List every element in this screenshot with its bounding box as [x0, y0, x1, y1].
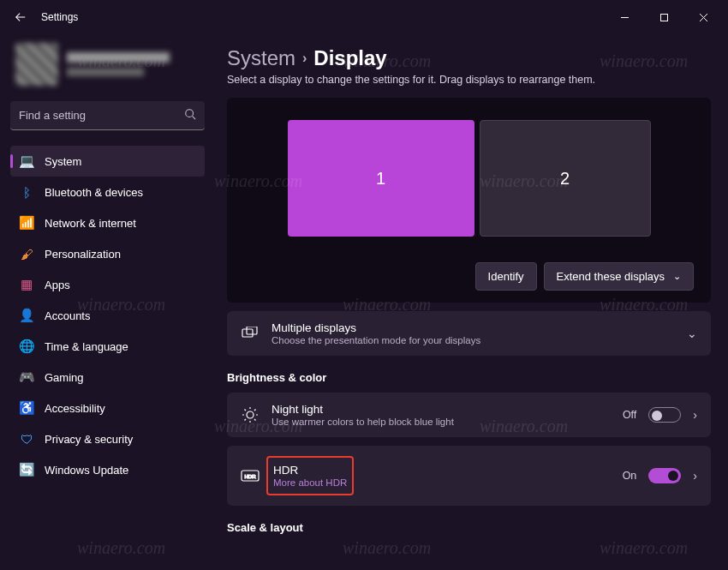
setting-desc: Use warmer colors to help block blue lig…	[272, 417, 611, 427]
nav-accounts[interactable]: 👤Accounts	[10, 300, 205, 331]
night-light-state: Off	[623, 409, 636, 421]
multiple-displays-card[interactable]: Multiple displays Choose the presentatio…	[227, 311, 711, 356]
nav-bluetooth[interactable]: ᛒBluetooth & devices	[10, 177, 205, 207]
back-button[interactable]	[5, 2, 36, 33]
nav-time[interactable]: 🌐Time & language	[10, 331, 205, 362]
nav-label: Accounts	[45, 309, 90, 322]
nav-label: Time & language	[45, 340, 128, 353]
hdr-more-link[interactable]: More about HDR	[273, 477, 347, 488]
svg-line-13	[245, 410, 247, 411]
hdr-card[interactable]: HDR HDR More about HDR On ›	[227, 446, 711, 506]
svg-point-4	[186, 110, 194, 117]
sidebar: 💻System ᛒBluetooth & devices 📶Network & …	[0, 34, 210, 570]
svg-line-5	[193, 117, 196, 120]
nav-label: Gaming	[45, 371, 84, 384]
monitor-layout[interactable]: 1 2	[244, 111, 694, 262]
wifi-icon: 📶	[19, 215, 34, 231]
svg-rect-1	[660, 14, 667, 21]
breadcrumb: System › Display	[227, 46, 711, 70]
nav-label: Network & internet	[45, 217, 136, 230]
nav-privacy[interactable]: 🛡Privacy & security	[10, 423, 205, 454]
setting-title: Multiple displays	[272, 321, 675, 334]
chevron-right-icon: ›	[302, 51, 307, 66]
search-input[interactable]	[19, 109, 184, 122]
monitor-1[interactable]: 1	[288, 120, 474, 237]
svg-line-15	[245, 419, 247, 421]
setting-title: Night light	[272, 403, 611, 416]
svg-point-8	[247, 411, 254, 418]
hdr-toggle[interactable]	[648, 468, 681, 483]
svg-rect-7	[247, 327, 257, 334]
svg-rect-6	[242, 329, 253, 337]
shield-icon: 🛡	[19, 431, 34, 447]
svg-line-14	[254, 419, 256, 421]
extend-dropdown[interactable]: Extend these displays⌄	[544, 262, 694, 291]
section-brightness-header: Brightness & color	[227, 371, 711, 384]
person-icon: 👤	[19, 308, 34, 323]
nav-accessibility[interactable]: ♿Accessibility	[10, 393, 205, 423]
content-pane: System › Display Select a display to cha…	[210, 34, 728, 570]
page-subtitle: Select a display to change the settings …	[227, 74, 711, 86]
nav-label: Bluetooth & devices	[45, 186, 143, 199]
profile-block[interactable]	[10, 34, 205, 101]
chevron-down-icon: ⌄	[673, 271, 681, 282]
nav-personalization[interactable]: 🖌Personalization	[10, 238, 205, 269]
breadcrumb-current: Display	[313, 46, 386, 70]
nav-update[interactable]: 🔄Windows Update	[10, 454, 205, 485]
nav-gaming[interactable]: 🎮Gaming	[10, 362, 205, 393]
maximize-button[interactable]	[644, 2, 683, 33]
displays-icon	[241, 324, 260, 343]
identify-button[interactable]: Identify	[475, 262, 537, 291]
night-light-icon	[241, 405, 260, 424]
chevron-down-icon: ⌄	[687, 327, 697, 340]
close-button[interactable]	[683, 2, 723, 33]
nav-apps[interactable]: ▦Apps	[10, 269, 205, 300]
globe-icon: 🌐	[19, 339, 34, 354]
nav-label: Apps	[45, 279, 70, 291]
nav-list: 💻System ᛒBluetooth & devices 📶Network & …	[10, 146, 205, 485]
display-arrange-panel: 1 2 Identify Extend these displays⌄	[227, 98, 711, 303]
setting-desc: Choose the presentation mode for your di…	[272, 335, 675, 345]
nav-label: Personalization	[45, 248, 121, 261]
search-box[interactable]	[10, 101, 205, 130]
avatar	[15, 43, 58, 86]
section-scale-header: Scale & layout	[227, 521, 711, 534]
nav-label: System	[45, 155, 81, 168]
chevron-right-icon: ›	[693, 469, 697, 483]
apps-icon: ▦	[19, 277, 34, 292]
system-icon: 💻	[19, 153, 34, 169]
hdr-icon: HDR	[241, 466, 260, 485]
update-icon: 🔄	[19, 462, 34, 477]
window-title: Settings	[41, 11, 78, 23]
bluetooth-icon: ᛒ	[19, 184, 34, 200]
search-icon	[184, 108, 196, 123]
nav-label: Privacy & security	[45, 433, 133, 446]
nav-system[interactable]: 💻System	[10, 146, 205, 177]
night-light-card[interactable]: Night light Use warmer colors to help bl…	[227, 393, 711, 437]
accessibility-icon: ♿	[19, 400, 34, 416]
minimize-button[interactable]	[605, 2, 644, 33]
nav-network[interactable]: 📶Network & internet	[10, 207, 205, 238]
titlebar: Settings	[0, 0, 728, 34]
monitor-2[interactable]: 2	[480, 120, 651, 237]
svg-text:HDR: HDR	[245, 474, 257, 479]
hdr-highlight: HDR More about HDR	[266, 456, 354, 495]
gamepad-icon: 🎮	[19, 369, 34, 385]
svg-line-16	[254, 410, 256, 411]
nav-label: Accessibility	[45, 402, 105, 415]
chevron-right-icon: ›	[693, 408, 697, 422]
setting-title: HDR	[273, 464, 347, 477]
brush-icon: 🖌	[19, 246, 34, 261]
breadcrumb-parent[interactable]: System	[227, 46, 295, 70]
nav-label: Windows Update	[45, 464, 128, 477]
night-light-toggle[interactable]	[648, 407, 681, 423]
hdr-state: On	[623, 470, 637, 482]
